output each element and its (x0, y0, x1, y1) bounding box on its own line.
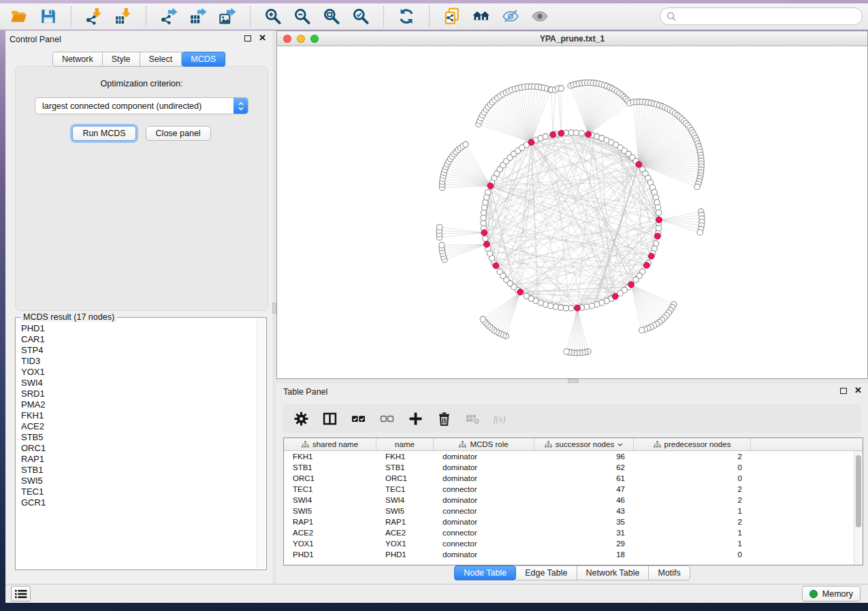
save-session-button[interactable] (35, 5, 62, 27)
table-panel: Table Panel ✕ f(x) shared namenameMCDS r… (276, 383, 868, 584)
network-canvas[interactable] (277, 46, 867, 378)
duplicate-network-button[interactable] (438, 5, 466, 27)
close-window-icon[interactable] (283, 35, 291, 43)
open-file-button[interactable] (5, 5, 33, 27)
table-panel-title: Table Panel (283, 387, 327, 397)
maximize-window-icon[interactable] (310, 35, 319, 43)
toolbar-buttons (5, 5, 553, 27)
close-icon[interactable]: ✕ (259, 35, 266, 42)
mcds-result-item[interactable]: ORC1 (21, 443, 256, 454)
zoom-in-button[interactable] (259, 5, 287, 27)
mcds-result-item[interactable]: ACE2 (21, 421, 256, 432)
column-header-shared-name[interactable]: shared name (284, 438, 376, 450)
tab-network[interactable]: Network (52, 52, 103, 67)
search-box[interactable] (660, 7, 863, 25)
tab-style[interactable]: Style (103, 52, 140, 67)
mcds-result-item[interactable]: TID3 (21, 356, 256, 367)
zoom-selected-icon (352, 7, 370, 25)
column-header-name[interactable]: name (376, 438, 434, 450)
import-table-button[interactable] (110, 5, 137, 27)
float-panel-icon[interactable] (840, 388, 847, 394)
minimize-window-icon[interactable] (297, 35, 305, 43)
table-row[interactable]: SWI5SWI5connector431 (284, 506, 863, 516)
zoom-out-button[interactable] (289, 5, 316, 27)
zoom-selected-button[interactable] (347, 5, 374, 27)
table-row[interactable]: PHD1PHD1dominator180 (284, 549, 863, 560)
close-icon[interactable]: ✕ (854, 387, 862, 394)
memory-button[interactable]: Memory (802, 586, 861, 601)
toggle-columns-button[interactable] (321, 410, 338, 427)
table-row[interactable]: RAP1RAP1dominator352 (284, 516, 863, 527)
column-header-successor-nodes[interactable]: successor nodes (534, 438, 634, 450)
table-row[interactable]: ORC1ORC1dominator610 (284, 473, 863, 484)
table-cell: STB1 (284, 463, 376, 472)
control-panel: Control Panel ✕ NetworkStyleSelectMCDS O… (5, 31, 272, 584)
deselect-all-columns-button[interactable] (379, 410, 395, 427)
table-row[interactable]: ACE2ACE2connector311 (284, 527, 863, 538)
column-header-MCDS-role[interactable]: MCDS role (434, 438, 534, 450)
column-header-predecessor-nodes[interactable]: predecessor nodes (634, 438, 751, 450)
mcds-result-item[interactable]: STP4 (21, 345, 256, 356)
create-column-button[interactable] (407, 410, 423, 427)
mcds-result-item[interactable]: STB1 (21, 465, 256, 476)
table-cell: 0 (634, 463, 751, 472)
task-history-button[interactable] (11, 586, 31, 601)
hide-selected-icon (502, 7, 519, 25)
result-scrollbar[interactable] (257, 318, 266, 569)
mcds-result-item[interactable]: FKH1 (21, 410, 256, 421)
tab-edge-table[interactable]: Edge Table (516, 565, 577, 580)
export-image-button[interactable] (214, 5, 241, 27)
mcds-result-item[interactable]: RAP1 (21, 454, 256, 465)
mcds-result-item[interactable]: PMA2 (21, 399, 256, 410)
tab-select[interactable]: Select (140, 52, 182, 67)
tab-network-table[interactable]: Network Table (577, 565, 649, 580)
select-all-columns-button[interactable] (350, 410, 366, 427)
tab-motifs[interactable]: Motifs (649, 565, 690, 580)
dropdown-stepper-icon (234, 97, 248, 114)
zoom-fit-button[interactable] (318, 5, 345, 27)
table-row[interactable]: FKH1FKH1dominator962 (284, 451, 863, 462)
export-network-icon (160, 7, 178, 25)
table-row[interactable]: STB1STB1dominator620 (284, 462, 863, 473)
table-cell: 96 (534, 452, 634, 461)
table-row[interactable]: TEC1TEC1connector472 (284, 484, 863, 495)
refresh-view-button[interactable] (393, 5, 420, 27)
show-all-button[interactable] (526, 5, 553, 27)
mcds-result-item[interactable]: YOX1 (21, 367, 256, 378)
criterion-dropdown[interactable]: largest connected component (undirected) (35, 97, 248, 114)
export-table-button[interactable] (184, 5, 212, 27)
column-settings-button[interactable] (293, 410, 309, 427)
table-row[interactable]: SWI4SWI4dominator462 (284, 495, 863, 506)
table-row[interactable]: YOX1YOX1connector291 (284, 538, 863, 549)
search-icon (666, 12, 676, 21)
tab-node-table[interactable]: Node Table (454, 565, 516, 580)
export-network-button[interactable] (155, 5, 182, 27)
mcds-result-item[interactable]: SRD1 (21, 389, 256, 399)
scrollbar-thumb[interactable] (856, 455, 861, 527)
close-panel-button[interactable]: Close panel (146, 126, 211, 141)
mcds-result-item[interactable]: SWI4 (21, 378, 256, 389)
memory-label: Memory (822, 589, 853, 599)
mcds-result-item[interactable]: CAR1 (21, 334, 256, 345)
first-neighbors-button[interactable] (468, 5, 495, 27)
run-mcds-button[interactable]: Run MCDS (72, 126, 135, 141)
table-cell: 0 (634, 474, 751, 482)
table-scrollbar[interactable] (854, 451, 863, 565)
network-window-titlebar: YPA_prune.txt_1 (277, 31, 867, 46)
float-panel-icon[interactable] (244, 35, 251, 42)
mcds-result-item[interactable]: GCR1 (21, 497, 256, 508)
function-builder-button: f(x) (493, 410, 509, 427)
tab-mcds[interactable]: MCDS (182, 52, 225, 67)
hide-selected-button[interactable] (497, 5, 524, 27)
table-cell: 1 (634, 507, 751, 515)
mcds-result-item[interactable]: SWI5 (21, 476, 256, 486)
mcds-result-item[interactable]: PHD1 (21, 323, 256, 334)
search-input[interactable] (680, 12, 856, 21)
mcds-result-item[interactable]: STB5 (21, 432, 256, 443)
delete-columns-button[interactable] (436, 410, 452, 427)
import-network-button[interactable] (80, 5, 108, 27)
network-graph[interactable] (277, 46, 867, 378)
function-builder-icon: f(x) (493, 411, 509, 426)
table-cell: SWI5 (376, 507, 434, 515)
mcds-result-item[interactable]: TEC1 (21, 486, 256, 497)
